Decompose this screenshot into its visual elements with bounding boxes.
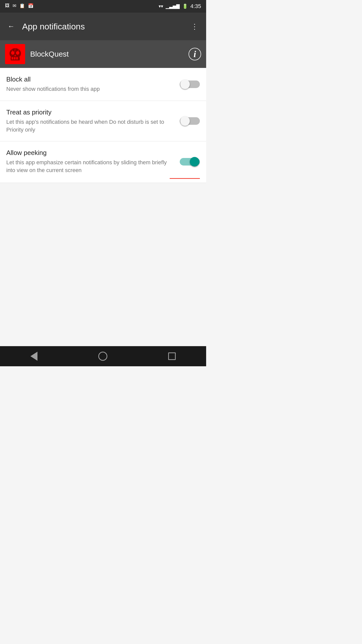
nav-recent-button[interactable] — [168, 352, 176, 360]
more-options-button[interactable]: ⋮ — [189, 20, 201, 33]
block-all-text: Block all Never show notifications from … — [6, 75, 180, 93]
app-bar: ← App notifications ⋮ — [0, 13, 206, 40]
image-status-icon: 🖼 — [5, 3, 10, 9]
svg-rect-7 — [16, 57, 18, 59]
page-title: App notifications — [22, 22, 184, 31]
allow-peeking-description: Let this app emphasize certain notificat… — [6, 159, 175, 174]
battery-icon: 🔋 — [182, 4, 188, 9]
treat-priority-toggle-thumb — [180, 116, 190, 126]
block-all-title: Block all — [6, 75, 175, 83]
block-all-description: Never show notifications from this app — [6, 85, 175, 93]
allow-peeking-setting: Allow peeking Let this app emphasize cer… — [0, 141, 206, 182]
status-right-icons: ▾▾ ▁▃▅▇ 🔋 4:35 — [159, 3, 201, 10]
block-all-toggle[interactable] — [180, 79, 200, 89]
status-time: 4:35 — [190, 3, 201, 10]
allow-peeking-text: Allow peeking Let this app emphasize cer… — [6, 149, 180, 174]
allow-peeking-underline — [170, 178, 200, 179]
app-icon — [5, 44, 25, 64]
svg-point-2 — [16, 51, 19, 55]
settings-list: Block all Never show notifications from … — [0, 68, 206, 183]
svg-rect-6 — [14, 57, 16, 59]
nav-home-button[interactable] — [98, 352, 107, 361]
block-all-setting: Block all Never show notifications from … — [0, 68, 206, 101]
wifi-icon: ▾▾ — [159, 4, 163, 9]
skull-icon — [7, 46, 23, 62]
status-left-icons: 🖼 ✉ 📋 📅 — [5, 3, 33, 9]
svg-point-1 — [11, 51, 14, 55]
treat-priority-toggle[interactable] — [180, 116, 200, 126]
clipboard-status-icon: 📋 — [19, 3, 25, 9]
app-name: BlockQuest — [30, 50, 184, 58]
calendar-status-icon: 📅 — [28, 3, 33, 9]
treat-priority-text: Treat as priority Let this app's notific… — [6, 108, 180, 134]
allow-peeking-toggle[interactable] — [180, 157, 200, 167]
treat-priority-description: Let this app's notifications be heard wh… — [6, 118, 175, 134]
svg-rect-5 — [12, 57, 13, 59]
block-all-toggle-thumb — [180, 79, 190, 89]
app-info-button[interactable]: i — [189, 48, 201, 60]
app-header: BlockQuest i — [0, 40, 206, 68]
treat-priority-setting: Treat as priority Let this app's notific… — [0, 101, 206, 142]
mail-status-icon: ✉ — [13, 3, 16, 9]
signal-icon: ▁▃▅▇ — [166, 4, 180, 9]
nav-back-button[interactable] — [30, 352, 37, 361]
back-button[interactable]: ← — [5, 20, 17, 33]
treat-priority-title: Treat as priority — [6, 108, 175, 116]
status-bar: 🖼 ✉ 📋 📅 ▾▾ ▁▃▅▇ 🔋 4:35 — [0, 0, 206, 13]
empty-content-area — [0, 183, 206, 366]
allow-peeking-toggle-thumb — [190, 157, 199, 167]
allow-peeking-title: Allow peeking — [6, 149, 175, 157]
navigation-bar — [0, 346, 206, 366]
